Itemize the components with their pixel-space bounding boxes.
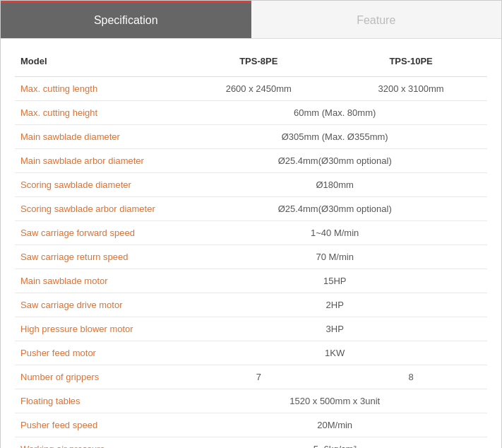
row-value-span: 1~40 M/min bbox=[182, 221, 487, 245]
row-value-span: 3HP bbox=[182, 317, 487, 341]
table-row: Main sawblade motor15HP bbox=[15, 269, 487, 293]
spec-table: Model TPS-8PE TPS-10PE Max. cutting leng… bbox=[15, 46, 487, 448]
table-wrapper: Model TPS-8PE TPS-10PE Max. cutting leng… bbox=[1, 39, 501, 448]
row-label: Max. cutting height bbox=[15, 101, 182, 125]
col-tps10: TPS-10PE bbox=[335, 46, 487, 77]
row-value-span: Ø305mm (Max. Ø355mm) bbox=[182, 125, 487, 149]
table-row: High pressure blower motor3HP bbox=[15, 317, 487, 341]
main-container: Specification Feature Model TPS-8PE TPS-… bbox=[0, 0, 502, 448]
tab-specification[interactable]: Specification bbox=[1, 1, 251, 38]
row-label: Max. cutting length bbox=[15, 77, 182, 101]
row-label: Saw carriage forward speed bbox=[15, 221, 182, 245]
row-value-span: 70 M/min bbox=[182, 245, 487, 269]
row-label: Saw carriage drive motor bbox=[15, 293, 182, 317]
row-value-span: 20M/min bbox=[182, 413, 487, 437]
table-row: Working air pressure5~6kg/cm² bbox=[15, 437, 487, 449]
row-label: Pusher feed motor bbox=[15, 341, 182, 365]
row-value-span: Ø25.4mm(Ø30mm optional) bbox=[182, 197, 487, 221]
tab-feature-label: Feature bbox=[357, 14, 395, 26]
table-row: Saw carriage drive motor2HP bbox=[15, 293, 487, 317]
table-body: Max. cutting length2600 x 2450mm3200 x 3… bbox=[15, 77, 487, 449]
row-label: Pusher feed speed bbox=[15, 413, 182, 437]
row-value-span: Ø25.4mm(Ø30mm optional) bbox=[182, 149, 487, 173]
row-label: Saw carriage return speed bbox=[15, 245, 182, 269]
table-row: Pusher feed motor1KW bbox=[15, 341, 487, 365]
row-label: Main sawblade arbor diameter bbox=[15, 149, 182, 173]
row-value-tps8: 2600 x 2450mm bbox=[182, 77, 335, 101]
table-row: Floating tables1520 x 500mm x 3unit bbox=[15, 389, 487, 413]
row-label: High pressure blower motor bbox=[15, 317, 182, 341]
table-header-row: Model TPS-8PE TPS-10PE bbox=[15, 46, 487, 77]
row-value-tps8: 7 bbox=[182, 365, 335, 389]
table-row: Number of grippers78 bbox=[15, 365, 487, 389]
row-label: Scoring sawblade diameter bbox=[15, 173, 182, 197]
row-label: Main sawblade diameter bbox=[15, 125, 182, 149]
table-row: Pusher feed speed20M/min bbox=[15, 413, 487, 437]
row-value-span: 5~6kg/cm² bbox=[182, 437, 487, 449]
row-value-span: Ø180mm bbox=[182, 173, 487, 197]
table-row: Main sawblade arbor diameterØ25.4mm(Ø30m… bbox=[15, 149, 487, 173]
row-value-span: 15HP bbox=[182, 269, 487, 293]
row-value-tps10: 3200 x 3100mm bbox=[335, 77, 487, 101]
tab-feature[interactable]: Feature bbox=[251, 1, 502, 38]
table-row: Scoring sawblade arbor diameterØ25.4mm(Ø… bbox=[15, 197, 487, 221]
table-row: Max. cutting height60mm (Max. 80mm) bbox=[15, 101, 487, 125]
row-value-span: 1KW bbox=[182, 341, 487, 365]
table-row: Scoring sawblade diameterØ180mm bbox=[15, 173, 487, 197]
row-value-span: 60mm (Max. 80mm) bbox=[182, 101, 487, 125]
row-value-span: 2HP bbox=[182, 293, 487, 317]
table-row: Saw carriage forward speed1~40 M/min bbox=[15, 221, 487, 245]
col-model: Model bbox=[15, 46, 182, 77]
table-row: Max. cutting length2600 x 2450mm3200 x 3… bbox=[15, 77, 487, 101]
row-label: Floating tables bbox=[15, 389, 182, 413]
table-row: Saw carriage return speed70 M/min bbox=[15, 245, 487, 269]
row-value-tps10: 8 bbox=[335, 365, 487, 389]
tab-specification-label: Specification bbox=[94, 14, 158, 26]
row-value-span: 1520 x 500mm x 3unit bbox=[182, 389, 487, 413]
tab-bar: Specification Feature bbox=[1, 1, 501, 39]
col-tps8: TPS-8PE bbox=[182, 46, 335, 77]
row-label: Main sawblade motor bbox=[15, 269, 182, 293]
row-label: Working air pressure bbox=[15, 437, 182, 449]
table-row: Main sawblade diameterØ305mm (Max. Ø355m… bbox=[15, 125, 487, 149]
row-label: Scoring sawblade arbor diameter bbox=[15, 197, 182, 221]
row-label: Number of grippers bbox=[15, 365, 182, 389]
